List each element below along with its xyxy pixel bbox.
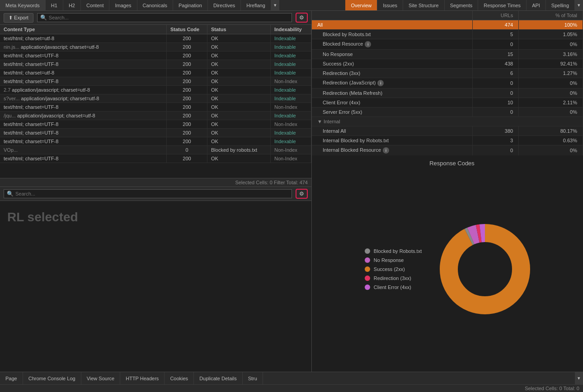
tab-view-source[interactable]: View Source xyxy=(81,372,121,384)
nav-spelling[interactable]: Spelling xyxy=(546,0,575,10)
stats-label: Client Error (4xx) xyxy=(312,98,473,107)
cell-content-type: s?ver... application/javascript; charset… xyxy=(0,94,167,103)
cell-indexability: Indexable xyxy=(271,69,311,77)
nav-dropdown[interactable]: ▾ xyxy=(271,0,279,10)
nav-h2[interactable]: H2 xyxy=(63,0,81,10)
bottom-filter-button[interactable]: ⚙ xyxy=(296,189,308,199)
table-row[interactable]: text/html; charset=utf-8 200 OK Indexabl… xyxy=(0,34,311,43)
table-row[interactable]: text/html; charset=UTF-8 200 OK Non-Inde… xyxy=(0,103,311,112)
table-row[interactable]: text/html; charset=UTF-8 200 OK Non-Inde… xyxy=(0,120,311,129)
tab-http-headers[interactable]: HTTP Headers xyxy=(120,372,165,384)
table-row[interactable]: text/html; charset=UTF-8 200 OK Indexabl… xyxy=(0,137,311,146)
nav-pagination[interactable]: Pagination xyxy=(173,0,208,10)
cell-indexability: Non-Index xyxy=(271,154,311,163)
cell-indexability: Indexable xyxy=(271,94,311,103)
legend-label: Redirection (3xx) xyxy=(374,275,411,281)
nav-api[interactable]: API xyxy=(527,0,546,10)
tab-cookies[interactable]: Cookies xyxy=(165,372,194,384)
cell-content-type: text/html; charset=utf-8 xyxy=(0,69,167,77)
legend-dot xyxy=(365,257,370,263)
stats-row[interactable]: No Response 15 3.16% xyxy=(312,50,583,59)
bottom-filter-icon: ⚙ xyxy=(299,191,304,197)
top-filter-button[interactable]: ⚙ xyxy=(296,13,308,23)
col-status[interactable]: Status xyxy=(207,25,271,34)
stats-pct: 3.16% xyxy=(519,50,583,59)
cell-content-type: nin.js... application/javascript; charse… xyxy=(0,43,167,51)
cell-content-type: text/html; charset=UTF-8 xyxy=(0,103,167,112)
export-button[interactable]: ⬆ Export xyxy=(4,13,33,23)
cell-content-type: text/html; charset=UTF-8 xyxy=(0,120,167,129)
stats-row[interactable]: Internal Blocked Resourcei 0 0% xyxy=(312,145,583,156)
top-search-input[interactable] xyxy=(49,15,289,20)
cell-indexability: Non-Index xyxy=(271,146,311,154)
stats-row[interactable]: Redirection (Meta Refresh) 0 0% xyxy=(312,89,583,98)
cell-status: OK xyxy=(207,69,271,77)
nav-issues[interactable]: Issues xyxy=(377,0,403,10)
table-row[interactable]: 2.7 application/javascript; charset=utf-… xyxy=(0,86,311,94)
col-content-type[interactable]: Content Type xyxy=(0,25,167,34)
nav-canonicals[interactable]: Canonicals xyxy=(137,0,173,10)
nav-images[interactable]: Images xyxy=(109,0,137,10)
nav-hreflang[interactable]: Hreflang xyxy=(241,0,271,10)
stats-row[interactable]: Server Error (5xx) 0 0% xyxy=(312,107,583,117)
nav-overview[interactable]: Overview xyxy=(345,0,377,10)
table-row[interactable]: text/html; charset=UTF-8 200 OK Indexabl… xyxy=(0,60,311,69)
cell-status: OK xyxy=(207,94,271,103)
nav-site-structure[interactable]: Site Structure xyxy=(403,0,445,10)
info-icon[interactable]: i xyxy=(365,41,371,47)
col-indexability[interactable]: Indexability xyxy=(271,25,311,34)
right-panel: URLs % of Total All 474 100% Blocked by … xyxy=(312,11,583,372)
nav-h1[interactable]: H1 xyxy=(46,0,63,10)
legend-item: No Response xyxy=(365,257,422,263)
stats-row[interactable]: Internal All 380 80.17% xyxy=(312,126,583,136)
table-row[interactable]: VOp... 0 Blocked by robots.txt Non-Index xyxy=(0,146,311,154)
stats-label: Redirection (JavaScript)i xyxy=(312,78,473,89)
cell-status-code: 200 xyxy=(167,103,207,112)
tab-stru[interactable]: Stru xyxy=(243,372,263,384)
nav-response-times[interactable]: Response Times xyxy=(478,0,527,10)
stats-row[interactable]: Blocked by Robots.txt 5 1.05% xyxy=(312,30,583,39)
nav-meta-keywords[interactable]: Meta Keywords xyxy=(0,0,46,10)
tab-duplicate-details[interactable]: Duplicate Details xyxy=(194,372,243,384)
cell-status-code: 200 xyxy=(167,43,207,51)
table-row[interactable]: s?ver... application/javascript; charset… xyxy=(0,94,311,103)
stats-row[interactable]: Redirection (3xx) 6 1.27% xyxy=(312,69,583,78)
tab-page[interactable]: Page xyxy=(0,372,23,384)
stats-pct: 0% xyxy=(519,107,583,117)
table-row[interactable]: nin.js... application/javascript; charse… xyxy=(0,43,311,51)
table-row[interactable]: text/html; charset=UTF-8 200 OK Indexabl… xyxy=(0,129,311,137)
stats-row[interactable]: All 474 100% xyxy=(312,20,583,30)
table-row[interactable]: text/html; charset=UTF-8 200 OK Non-Inde… xyxy=(0,77,311,86)
cell-content-type: 2.7 application/javascript; charset=utf-… xyxy=(0,86,167,94)
nav-segments[interactable]: Segments xyxy=(445,0,479,10)
stats-row[interactable]: Client Error (4xx) 10 2.11% xyxy=(312,98,583,107)
stats-row[interactable]: Blocked Resourcei 0 0% xyxy=(312,39,583,50)
nav-content[interactable]: Content xyxy=(81,0,110,10)
stats-urls: 0 xyxy=(473,107,519,117)
stats-label: Server Error (5xx) xyxy=(312,107,473,117)
nav-directives[interactable]: Directives xyxy=(208,0,241,10)
stats-row[interactable]: ▼ Internal xyxy=(312,117,583,126)
bottom-tab-dropdown[interactable]: ▾ xyxy=(575,372,583,384)
col-status-code[interactable]: Status Code xyxy=(167,25,207,34)
bottom-search-input[interactable] xyxy=(15,191,289,196)
stats-urls: 380 xyxy=(473,126,519,136)
right-nav-dropdown[interactable]: ▾ xyxy=(575,0,583,10)
table-row[interactable]: text/html; charset=utf-8 200 OK Indexabl… xyxy=(0,69,311,77)
legend-item: Redirection (3xx) xyxy=(365,275,422,281)
table-row[interactable]: /jqu... application/javascript; charset=… xyxy=(0,112,311,120)
stats-label: Redirection (3xx) xyxy=(312,69,473,78)
stats-pct: 1.05% xyxy=(519,30,583,39)
legend-item: Success (2xx) xyxy=(365,266,422,272)
cell-status-code: 200 xyxy=(167,77,207,86)
table-row[interactable]: text/html; charset=UTF-8 200 OK Indexabl… xyxy=(0,51,311,60)
tab-chrome-console[interactable]: Chrome Console Log xyxy=(23,372,81,384)
info-icon[interactable]: i xyxy=(377,80,384,86)
stats-row[interactable]: Success (2xx) 438 92.41% xyxy=(312,59,583,69)
cell-content-type: text/html; charset=UTF-8 xyxy=(0,154,167,163)
table-row[interactable]: text/html; charset=UTF-8 200 OK Non-Inde… xyxy=(0,154,311,163)
stats-row[interactable]: Internal Blocked by Robots.txt 3 0.63% xyxy=(312,136,583,145)
info-icon[interactable]: i xyxy=(383,147,389,154)
stats-col-urls: URLs xyxy=(473,11,519,20)
stats-row[interactable]: Redirection (JavaScript)i 0 0% xyxy=(312,78,583,89)
